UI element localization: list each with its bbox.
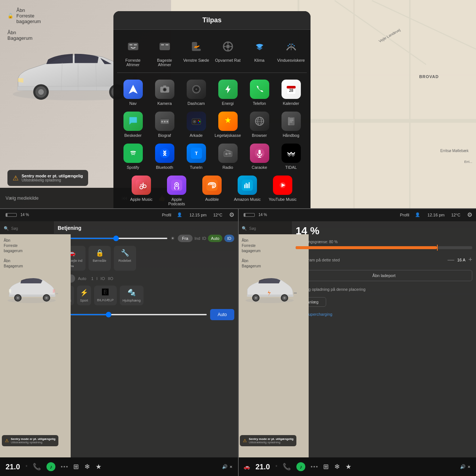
app-nav[interactable]: Nav	[119, 80, 147, 106]
brightness-slider[interactable]	[65, 238, 168, 239]
bagagerum-label: bagagerum	[16, 19, 41, 24]
svg-rect-73	[286, 148, 297, 159]
app-beskeder[interactable]: Beskeder	[119, 112, 147, 138]
temp-taskbar-right: 21.0	[255, 463, 270, 471]
boernelaas-card[interactable]: 🔒 Børneåle	[89, 246, 111, 271]
quick-vinduesviskere[interactable]: Vinduesviskere	[278, 37, 304, 67]
app-biograf[interactable]: Biograf	[151, 112, 178, 138]
app-arkade[interactable]: Arkade	[182, 112, 210, 138]
app-apple-podcasts[interactable]: Apple Podcasts	[163, 176, 191, 206]
app-spotify[interactable]: Spotify	[119, 144, 147, 170]
bottom-slider[interactable]	[65, 314, 207, 315]
app-radio[interactable]: Radio	[214, 144, 242, 170]
svg-point-66	[225, 153, 228, 155]
volume-left[interactable]: 🔊 ✕	[222, 464, 232, 469]
toggle-id-btn[interactable]: ID	[202, 235, 206, 242]
app-haandbog[interactable]: Håndbog	[277, 112, 305, 138]
app-beskeder-label: Beskeder	[124, 133, 141, 138]
app-legetojskasse[interactable]: Legetøjskasse	[214, 112, 242, 138]
hjulophjaeng-card[interactable]: 🔩 Hjulophæng	[120, 286, 144, 305]
app-browser[interactable]: Browser	[245, 112, 273, 138]
quick-opvarmet-rat[interactable]: Opvarmet Rat	[215, 37, 241, 67]
svg-text:T: T	[195, 151, 198, 156]
app-arkade-label: Arkade	[190, 133, 203, 138]
star-taskbar-left[interactable]: ★	[96, 463, 102, 471]
svg-rect-42	[161, 121, 163, 122]
bl-open-front[interactable]: Åbn Forreste bagagerum	[4, 238, 23, 254]
sidebar-search-left[interactable]	[11, 226, 41, 231]
open-rear-label: Åbn	[7, 30, 32, 35]
dots-taskbar-right	[311, 466, 318, 467]
settings-icon-br[interactable]: ⚙	[467, 211, 472, 218]
app-apple-music-label: Apple Music	[130, 197, 152, 202]
klima-label: Klima	[254, 58, 265, 62]
quick-forreste-afrimer[interactable]: Forreste Afrimer	[120, 37, 146, 67]
audible-icon	[202, 176, 222, 195]
svg-rect-70	[258, 150, 261, 154]
phone-taskbar-right[interactable]: 📞	[283, 463, 291, 471]
sport-card[interactable]: ⚡ Sport	[77, 286, 91, 305]
grid-taskbar-left[interactable]: ⊞	[73, 463, 79, 471]
br-open-rear[interactable]: Åbn Bagagerum	[242, 258, 261, 269]
app-kamera[interactable]: Kamera	[151, 80, 178, 106]
charge-minus-btn[interactable]: —	[447, 256, 454, 264]
volume-right[interactable]: 🔊 ✕	[460, 464, 470, 469]
app-tunein[interactable]: T TuneIn	[182, 144, 210, 170]
svg-rect-14	[160, 43, 170, 50]
fan-taskbar-left[interactable]: ❄	[84, 463, 90, 471]
spotify-taskbar-right[interactable]: ♪	[296, 462, 305, 471]
app-kalender[interactable]: 28 Kalender	[277, 80, 305, 106]
app-youtube-music[interactable]: YouTube Music	[269, 176, 297, 206]
app-tidal[interactable]: TIDAL	[277, 144, 305, 170]
app-bluetooth[interactable]: Bluetooth	[151, 144, 178, 170]
open-rear-trunk[interactable]: Åbn Bagagerum	[7, 30, 41, 41]
app-amazon-music[interactable]: Amazon Music	[234, 176, 261, 206]
sidebar-search-right[interactable]	[249, 226, 279, 231]
app-energi[interactable]: Energi	[214, 80, 242, 106]
charge-plus-btn[interactable]: +	[468, 256, 472, 264]
bottom-left-topbar: 14 % Profil 👤 12.15 pm 12°C ⚙	[0, 208, 238, 221]
toggle-fra-btn[interactable]: Fra	[178, 235, 193, 242]
fan-taskbar-right[interactable]: ❄	[334, 463, 340, 471]
br-warning-icon: ⚠	[243, 438, 247, 443]
energi-icon	[218, 80, 238, 99]
app-amazon-music-label: Amazon Music	[234, 197, 261, 202]
open-front-trunk[interactable]: 🔓 Åbn Forreste bagagerum	[7, 7, 41, 24]
spotify-taskbar-left[interactable]: ♪	[46, 462, 55, 471]
app-dashcam[interactable]: Dashcam	[182, 80, 210, 106]
map-place-brovad: BROVAD	[419, 74, 439, 79]
app-caraoke[interactable]: Caraoke	[245, 144, 273, 170]
br-open-front[interactable]: Åbn Forreste bagagerum	[242, 238, 261, 254]
phone-taskbar-left[interactable]: 📞	[33, 463, 41, 471]
control-cards-row: 🚗 Klap spejle ind Fra 🔒 Børneåle 🔧 Rodeb…	[58, 246, 234, 271]
grid-taskbar-right[interactable]: ⊞	[323, 463, 329, 471]
quick-klima[interactable]: Klima	[247, 37, 273, 67]
app-telefon[interactable]: Telefon	[245, 80, 273, 106]
open-ladeport-btn[interactable]: Åbn ladeport	[296, 270, 472, 281]
bilhjaelp-card[interactable]: 🅱 BILHJÆLP	[94, 286, 117, 305]
battery-percent: 14 %	[20, 213, 29, 217]
quick-bageste-afrimer[interactable]: Bageste Afrimer	[152, 37, 178, 67]
br-sentry-main: Sentry mode er pt. utilgængelig	[249, 437, 293, 441]
bl-open-rear[interactable]: Åbn Bagagerum	[4, 258, 23, 269]
app-audible[interactable]: Audible	[198, 176, 226, 206]
rodebet-card[interactable]: 🔧 Rodebet	[114, 246, 136, 271]
auto-toggle-main[interactable]: Auto	[78, 276, 87, 281]
app-apple-music[interactable]: Apple Music	[128, 176, 155, 206]
toggle-auto-btn[interactable]: Auto	[208, 235, 222, 242]
svg-rect-13	[134, 44, 137, 45]
opvarmet-rat-label: Opvarmet Rat	[215, 58, 240, 62]
settings-icon-bl[interactable]: ⚙	[229, 211, 234, 218]
kamera-icon	[155, 80, 174, 99]
svg-rect-11	[128, 43, 138, 50]
toggle-id2-btn[interactable]: ID	[224, 235, 234, 242]
star-taskbar-right[interactable]: ★	[345, 463, 351, 471]
settings-betjening-title: Betjening	[58, 225, 234, 231]
battery-indicator	[6, 213, 17, 217]
app-energi-label: Energi	[222, 101, 234, 106]
toggle-ind-btn[interactable]: Ind	[194, 235, 200, 242]
auto-blue-btn[interactable]: Auto	[210, 309, 234, 320]
charge-current-row: Ladestram på dette sted — 16 A +	[296, 254, 472, 266]
bottom-right-topbar: 14 % Profil 👤 12.16 pm 12°C ⚙	[238, 208, 476, 221]
quick-venstre-saede[interactable]: Venstre Sæde	[183, 37, 209, 67]
